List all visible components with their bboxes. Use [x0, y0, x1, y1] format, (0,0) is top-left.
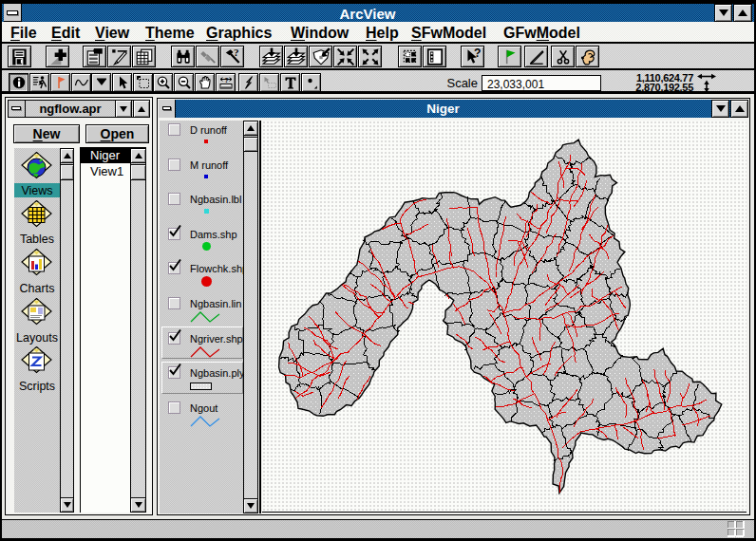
svg-text:?: ?: [474, 47, 481, 60]
svg-text:?: ?: [234, 47, 239, 58]
svg-text:?: ?: [224, 76, 229, 84]
